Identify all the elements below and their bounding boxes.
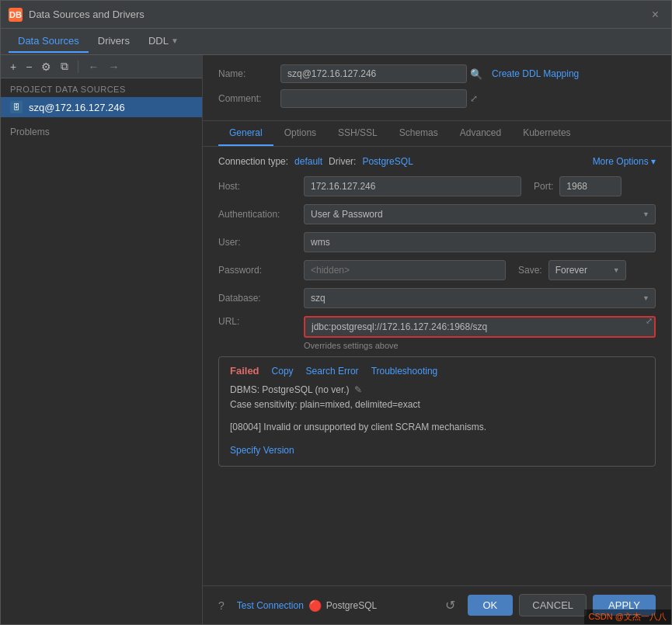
conn-type-left: Connection type: default Driver: Postgre… xyxy=(218,156,413,167)
db-icon: 🗄 xyxy=(10,101,23,113)
case-sens-label: Case sensitivity: plain=mixed, delimited… xyxy=(230,398,644,412)
app-icon-text: DB xyxy=(9,10,22,19)
main-content: + − ⚙ ⧉ ← → Project Data Sources 🗄 szq@1… xyxy=(1,55,671,624)
auth-select[interactable]: User & Password xyxy=(304,204,656,224)
sidebar-item-label: szq@172.16.127.246 xyxy=(29,102,125,113)
error-body: DBMS: PostgreSQL (no ver.) ✎ Case sensit… xyxy=(230,383,644,458)
database-select-wrapper: szq xyxy=(304,288,656,308)
name-label: Name: xyxy=(218,68,280,79)
test-connection-link[interactable]: Test Connection xyxy=(237,600,304,611)
search-icon: 🔍 xyxy=(470,68,482,80)
settings-button[interactable]: ⚙ xyxy=(38,59,54,75)
app-icon: DB xyxy=(9,8,23,22)
cancel-button[interactable]: CANCEL xyxy=(519,594,587,616)
conn-type-value[interactable]: default xyxy=(294,156,322,167)
dbms-label: DBMS: PostgreSQL (no ver.) xyxy=(230,383,350,398)
title-bar: DB Data Sources and Drivers × xyxy=(1,1,671,29)
failed-label: Failed xyxy=(230,365,259,377)
test-driver-label: PostgreSQL xyxy=(326,600,377,611)
troubleshooting-button[interactable]: Troubleshooting xyxy=(371,366,438,377)
dbms-row: DBMS: PostgreSQL (no ver.) ✎ xyxy=(230,383,644,398)
form-header: Name: 🔍 Create DDL Mapping Comment: ⤢ xyxy=(203,55,671,121)
password-label: Password: xyxy=(218,265,304,276)
auth-label: Authentication: xyxy=(218,209,304,220)
undo-icon[interactable]: ↺ xyxy=(445,598,455,613)
copy-error-button[interactable]: Copy xyxy=(272,366,294,377)
user-row: User: xyxy=(218,232,656,252)
save-label: Save: xyxy=(518,265,542,276)
forward-button[interactable]: → xyxy=(105,59,122,75)
driver-label-text: Driver: xyxy=(329,156,356,167)
help-icon[interactable]: ? xyxy=(218,599,225,612)
copy-source-button[interactable]: ⧉ xyxy=(57,58,71,75)
conn-type-label: Connection type: xyxy=(218,156,288,167)
error-header: Failed Copy Search Error Troubleshooting xyxy=(230,365,644,377)
comment-row: Comment: ⤢ xyxy=(218,89,656,108)
conn-type-row: Connection type: default Driver: Postgre… xyxy=(218,156,656,167)
host-input[interactable] xyxy=(304,176,521,196)
url-expand-button[interactable]: ⤢ xyxy=(646,316,653,326)
back-button[interactable]: ← xyxy=(85,59,102,75)
name-input[interactable] xyxy=(280,64,467,83)
host-label: Host: xyxy=(218,181,304,192)
tab-ddl[interactable]: DDL ▼ xyxy=(139,30,188,53)
auth-row: Authentication: User & Password xyxy=(218,204,656,224)
auth-select-wrapper: User & Password xyxy=(304,204,656,224)
comment-expand-button[interactable]: ⤢ xyxy=(470,93,478,104)
dialog: DB Data Sources and Drivers × Data Sourc… xyxy=(0,0,672,625)
url-row: URL: ⤢ xyxy=(218,316,656,338)
sidebar-section-label: Project Data Sources xyxy=(1,78,202,97)
url-label: URL: xyxy=(218,316,304,327)
remove-button[interactable]: − xyxy=(23,59,35,75)
driver-value[interactable]: PostgreSQL xyxy=(362,156,413,167)
tab-kubernetes[interactable]: Kubernetes xyxy=(512,121,581,146)
save-select-wrapper: Forever xyxy=(548,260,626,280)
problems-label: Problems xyxy=(10,127,50,137)
add-button[interactable]: + xyxy=(7,59,19,75)
url-input-wrapper: ⤢ xyxy=(304,316,656,338)
password-row: Password: Save: Forever xyxy=(218,260,656,280)
database-row: Database: szq xyxy=(218,288,656,308)
port-input[interactable] xyxy=(559,176,622,196)
save-select[interactable]: Forever xyxy=(548,260,626,280)
toolbar-separator xyxy=(78,61,78,73)
comment-label: Comment: xyxy=(218,93,280,104)
tab-general[interactable]: General xyxy=(218,121,273,146)
watermark: CSDN @文杰一八八 xyxy=(584,609,671,624)
edit-icon[interactable]: ✎ xyxy=(354,383,362,398)
create-ddl-link[interactable]: Create DDL Mapping xyxy=(492,68,579,79)
ok-button[interactable]: OK xyxy=(468,595,514,616)
problems-section: Problems xyxy=(1,117,202,147)
top-tabs: Data Sources Drivers DDL ▼ xyxy=(1,29,671,55)
tab-options[interactable]: Options xyxy=(273,121,327,146)
form-body: Connection type: default Driver: Postgre… xyxy=(203,147,671,585)
comment-input[interactable] xyxy=(280,89,467,108)
sidebar-item-szq[interactable]: 🗄 szq@172.16.127.246 xyxy=(1,97,202,117)
more-options-button[interactable]: More Options ▾ xyxy=(593,156,656,167)
name-row: Name: 🔍 Create DDL Mapping xyxy=(218,64,656,83)
sidebar: + − ⚙ ⧉ ← → Project Data Sources 🗄 szq@1… xyxy=(1,55,203,624)
tab-data-sources[interactable]: Data Sources xyxy=(9,30,89,53)
test-status-icon: 🔴 xyxy=(308,599,322,612)
url-hint: Overrides settings above xyxy=(304,341,656,350)
panel-tabs: General Options SSH/SSL Schemas Advanced… xyxy=(203,121,671,147)
error-panel: Failed Copy Search Error Troubleshooting… xyxy=(218,356,656,467)
tab-schemas[interactable]: Schemas xyxy=(388,121,449,146)
search-error-button[interactable]: Search Error xyxy=(306,366,359,377)
right-panel: Name: 🔍 Create DDL Mapping Comment: ⤢ Ge… xyxy=(203,55,671,624)
tab-drivers[interactable]: Drivers xyxy=(89,30,139,53)
specify-version-link[interactable]: Specify Version xyxy=(230,443,644,458)
tab-sshssl[interactable]: SSH/SSL xyxy=(327,121,388,146)
url-input[interactable] xyxy=(304,316,656,338)
database-select[interactable]: szq xyxy=(304,288,656,308)
database-label: Database: xyxy=(218,293,304,304)
title-bar-text: Data Sources and Drivers xyxy=(29,9,647,20)
sidebar-toolbar: + − ⚙ ⧉ ← → xyxy=(1,55,202,78)
user-input[interactable] xyxy=(304,232,656,252)
tab-advanced[interactable]: Advanced xyxy=(449,121,512,146)
close-button[interactable]: × xyxy=(647,6,663,23)
test-connection-area: Test Connection 🔴 PostgreSQL xyxy=(237,599,377,612)
password-input[interactable] xyxy=(304,260,506,280)
user-label: User: xyxy=(218,237,304,248)
port-label: Port: xyxy=(534,181,553,192)
